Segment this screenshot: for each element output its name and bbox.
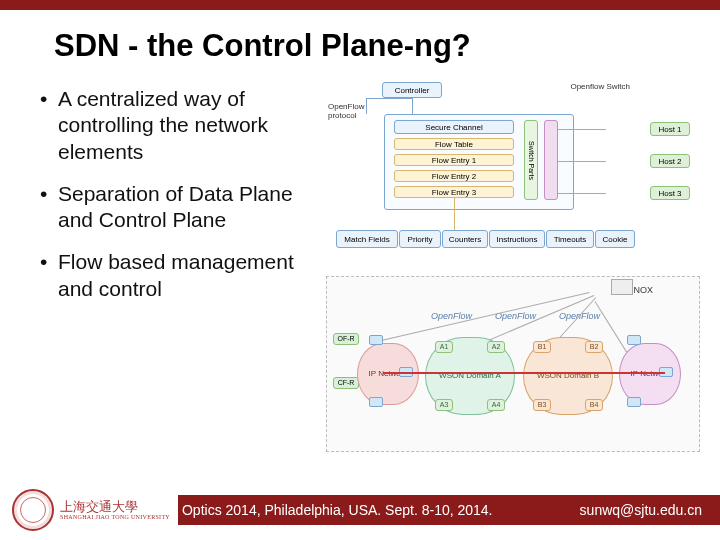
flow-entry-fields-row: Match Fields Priority Counters Instructi… <box>336 230 635 248</box>
university-seal-icon <box>12 489 54 531</box>
network-domains-diagram: NOX OpenFlow OpenFlow OpenFlow OF-R CF-R… <box>326 276 700 452</box>
connector-line <box>558 129 606 130</box>
slide-footer: 上海交通大學 SHANGHAI JIAO TONG UNIVERSITY Opt… <box>0 480 720 540</box>
bullet-item: A centralized way of controlling the net… <box>38 86 318 165</box>
nox-server-icon <box>611 279 633 295</box>
field-cookie: Cookie <box>595 230 635 248</box>
node-b1: B1 <box>533 341 551 353</box>
node-a3: A3 <box>435 399 453 411</box>
cfr-node: CF-R <box>333 377 359 389</box>
bullet-item: Flow based management and control <box>38 249 318 302</box>
router-icon <box>369 335 383 345</box>
connector-line <box>366 98 412 99</box>
field-timeouts: Timeouts <box>546 230 594 248</box>
university-logo: 上海交通大學 SHANGHAI JIAO TONG UNIVERSITY <box>12 489 170 531</box>
connector-line <box>412 98 413 114</box>
slide-top-bar <box>0 0 720 10</box>
secure-channel-box: Secure Channel <box>394 120 514 134</box>
university-name-cn: 上海交通大學 <box>60 500 170 514</box>
flow-entry-box: Flow Entry 3 <box>394 186 514 198</box>
node-a2: A2 <box>487 341 505 353</box>
router-icon <box>369 397 383 407</box>
field-counters: Counters <box>442 230 488 248</box>
node-a4: A4 <box>487 399 505 411</box>
bullet-list: A centralized way of controlling the net… <box>38 82 318 452</box>
host-box: Host 2 <box>650 154 690 168</box>
footer-bar: Optics 2014, Philadelphia, USA. Sept. 8-… <box>178 495 720 525</box>
field-instructions: Instructions <box>489 230 545 248</box>
connector-line <box>366 98 367 114</box>
diagram-column: Controller OpenFlow protocol Openflow Sw… <box>326 82 700 452</box>
slide-title: SDN - the Control Plane-ng? <box>0 10 720 82</box>
openflow-switch-diagram: Controller OpenFlow protocol Openflow Sw… <box>326 82 700 270</box>
path-line <box>383 372 665 374</box>
bullet-item: Separation of Data Plane and Control Pla… <box>38 181 318 234</box>
flow-table-box: Flow Table <box>394 138 514 150</box>
switch-ports-box <box>544 120 558 200</box>
connector-line <box>558 161 606 162</box>
node-b4: B4 <box>585 399 603 411</box>
controller-box: Controller <box>382 82 442 98</box>
field-match: Match Fields <box>336 230 398 248</box>
university-name-en: SHANGHAI JIAO TONG UNIVERSITY <box>60 514 170 520</box>
switch-label: Openflow Switch <box>570 82 630 91</box>
node-a1: A1 <box>435 341 453 353</box>
university-name: 上海交通大學 SHANGHAI JIAO TONG UNIVERSITY <box>60 500 170 520</box>
dashed-line <box>377 292 590 342</box>
host-box: Host 3 <box>650 186 690 200</box>
switch-parts-box: Switch Parts <box>524 120 538 200</box>
content-area: A centralized way of controlling the net… <box>0 82 720 452</box>
flow-entry-box: Flow Entry 2 <box>394 170 514 182</box>
flow-entry-box: Flow Entry 1 <box>394 154 514 166</box>
conference-info: Optics 2014, Philadelphia, USA. Sept. 8-… <box>182 502 493 518</box>
host-box: Host 1 <box>650 122 690 136</box>
node-b2: B2 <box>585 341 603 353</box>
node-b3: B3 <box>533 399 551 411</box>
field-priority: Priority <box>399 230 441 248</box>
ofr-node: OF-R <box>333 333 359 345</box>
router-icon <box>627 397 641 407</box>
nox-label: NOX <box>633 285 653 295</box>
router-icon <box>627 335 641 345</box>
connector-line <box>558 193 606 194</box>
connector-line <box>454 198 455 230</box>
author-email: sunwq@sjtu.edu.cn <box>580 502 702 518</box>
